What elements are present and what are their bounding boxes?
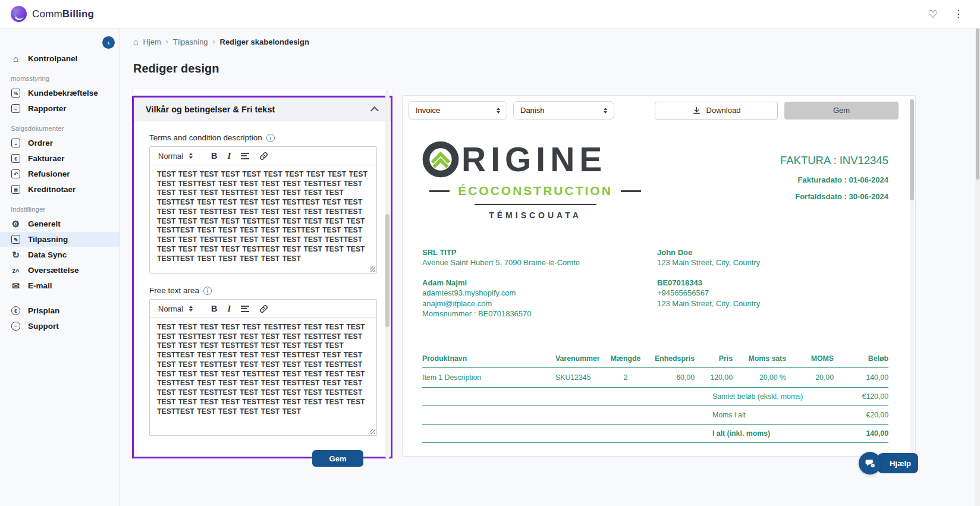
- align-button[interactable]: [241, 153, 249, 159]
- breadcrumb-home-icon: ⌂: [133, 37, 138, 46]
- info-icon[interactable]: i: [266, 134, 275, 142]
- design-settings-column: Vilkår og betingelser & Fri tekst Terms …: [132, 89, 392, 458]
- sidebar-item-kontrolpanel[interactable]: ⌂ Kontrolpanel: [0, 51, 120, 66]
- kebab-menu-icon[interactable]: ⋮: [953, 8, 963, 20]
- col-produktnavn: Produktnavn: [422, 354, 555, 363]
- sidebar-collapse-button[interactable]: ‹: [102, 36, 115, 49]
- total-row-grand-total: I alt (inkl. moms) 140,00: [422, 424, 888, 442]
- panel-scrollbar[interactable]: [385, 89, 390, 458]
- sync-icon: ↻: [11, 250, 21, 260]
- bold-button[interactable]: B: [211, 304, 217, 313]
- page-scrollbar[interactable]: [975, 0, 980, 506]
- document-type-select[interactable]: Invoice: [409, 101, 507, 120]
- align-button[interactable]: [241, 306, 249, 312]
- chat-bubble-icon: ···: [11, 322, 21, 331]
- cell-qty: 2: [609, 373, 642, 382]
- sidebar-item-label: Data Sync: [28, 250, 67, 259]
- link-button[interactable]: [259, 304, 268, 313]
- sidebar-item-oversaettelse[interactable]: zA Oversættelse: [0, 263, 120, 278]
- orders-inbox-icon: ⌄: [11, 139, 21, 147]
- resize-handle[interactable]: [370, 429, 375, 434]
- buyer-block: John Doe 123 Main Street, City, Country …: [657, 247, 760, 319]
- sidebar-item-support[interactable]: ··· Support: [0, 319, 120, 334]
- sidebar-item-kreditnotaer[interactable]: ≣ Kreditnotaer: [0, 182, 120, 197]
- page-title: Rediger design: [133, 62, 219, 76]
- total-row-vat: Moms i alt €20,00: [422, 406, 888, 424]
- refund-arrow-icon: ↶: [11, 169, 21, 178]
- cell-product: Item 1 Description: [422, 373, 555, 382]
- brand-name: CommBilling: [32, 8, 94, 20]
- link-icon: [259, 152, 268, 161]
- style-dropdown[interactable]: Normal: [158, 152, 201, 161]
- col-moms-sats: Moms sats: [733, 354, 786, 363]
- preview-save-button[interactable]: Gem: [784, 102, 899, 120]
- terms-editor-toolbar: Normal B I: [150, 147, 376, 165]
- sidebar-item-generelt[interactable]: ⚙ Generelt: [0, 216, 120, 231]
- home-icon: ⌂: [11, 54, 21, 64]
- sidebar-item-prisplan[interactable]: € Prisplan: [0, 303, 120, 318]
- cell-vat: 20,00: [786, 373, 834, 382]
- resize-handle[interactable]: [370, 266, 375, 272]
- save-button[interactable]: Gem: [312, 450, 363, 467]
- logo-ecoconstruction: ÉCOCONSTRUCTION: [458, 184, 612, 198]
- free-textarea[interactable]: TEST TEST TEST TEST TEST TESTTEST TEST T…: [150, 318, 376, 435]
- language-select[interactable]: Danish: [513, 101, 614, 120]
- sidebar-item-label: E-mail: [28, 281, 52, 290]
- sidebar-item-email[interactable]: ✉ E-mail: [0, 278, 120, 293]
- logo-divider: [475, 204, 596, 205]
- col-moms: MOMS: [786, 354, 834, 363]
- preview-scrollbar[interactable]: [910, 99, 914, 454]
- free-text-editor: Normal B I TEST TEST TEST TEST TEST TEST…: [149, 299, 377, 436]
- document-type-value: Invoice: [416, 106, 440, 115]
- seller-address: Avenue Saint Hubert 5, 7090 Braine-le-Co…: [422, 257, 657, 268]
- sidebar-item-fakturaer[interactable]: € Fakturaer: [0, 151, 120, 166]
- invoice-table-header: Produktnavn Varenummer Mængde Enhedspris…: [422, 354, 888, 367]
- terms-editor: Normal B I TEST TEST TEST TEST TEST TEST…: [149, 146, 377, 274]
- chat-help-button[interactable]: [859, 452, 881, 474]
- info-icon[interactable]: i: [203, 287, 212, 295]
- cell-sku: SKU12345: [555, 373, 609, 382]
- sidebar-item-kundebekraeftelse[interactable]: % Kundebekræftelse: [0, 86, 120, 100]
- commbilling-logo-icon: [11, 6, 27, 22]
- favorite-heart-icon[interactable]: ♡: [928, 8, 938, 21]
- logo-temiscouata: TÉMISCOUATA: [422, 210, 648, 220]
- report-document-icon: ≡: [11, 104, 21, 113]
- seller-company: SRL TITP: [422, 247, 657, 257]
- sidebar-item-rapporter[interactable]: ≡ Rapporter: [0, 101, 120, 116]
- breadcrumb-tilpasning[interactable]: Tilpasning: [173, 37, 208, 46]
- download-button[interactable]: Download: [655, 102, 778, 120]
- sidebar-item-ordrer[interactable]: ⌄ Ordrer: [0, 136, 120, 150]
- sidebar-item-refusioner[interactable]: ↶ Refusioner: [0, 166, 120, 181]
- panel-accordion-header[interactable]: Vilkår og betingelser & Fri tekst: [134, 98, 391, 121]
- col-pris: Pris: [695, 354, 733, 363]
- breadcrumb-hjem[interactable]: Hjem: [143, 37, 161, 46]
- top-bar: CommBilling ♡ ⋮: [0, 0, 980, 29]
- panel-title: Vilkår og betingelser & Fri tekst: [146, 105, 275, 114]
- style-dropdown[interactable]: Normal: [158, 304, 201, 313]
- terms-label: Terms and condition description: [149, 133, 262, 142]
- seller-email: anajmi@itplace.com: [422, 298, 657, 309]
- brand-logo[interactable]: CommBilling: [11, 6, 94, 22]
- italic-button[interactable]: I: [227, 151, 231, 161]
- language-value: Danish: [520, 106, 544, 115]
- receipt-percent-icon: %: [11, 89, 21, 98]
- italic-button[interactable]: I: [227, 304, 231, 314]
- chat-icon: [865, 458, 876, 469]
- logo-wordmark: RIGINE: [461, 143, 607, 177]
- sidebar-item-data-sync[interactable]: ↻ Data Sync: [0, 247, 120, 262]
- bold-button[interactable]: B: [211, 151, 217, 161]
- sidebar-item-label: Support: [28, 322, 59, 331]
- total-label: Samlet beløb (ekskl. moms): [712, 392, 831, 401]
- brand-comm: Comm: [32, 8, 62, 20]
- cell-vat-rate: 20,00 %: [733, 373, 786, 382]
- chevron-updown-icon: [497, 108, 500, 114]
- download-label: Download: [706, 106, 741, 115]
- invoice-date: Fakturadato : 01-06-2024: [780, 175, 888, 184]
- help-button[interactable]: Hjælp: [878, 453, 918, 473]
- sidebar-item-label: Kundebekræftelse: [28, 89, 98, 98]
- link-button[interactable]: [259, 152, 268, 161]
- sidebar-item-tilpasning[interactable]: ✎ Tilpasning: [0, 232, 120, 247]
- gear-icon: ⚙: [11, 219, 21, 230]
- terms-textarea[interactable]: TEST TEST TEST TEST TEST TEST TEST TEST …: [150, 165, 376, 273]
- sidebar: ‹ ⌂ Kontrolpanel momsstyring % Kundebekr…: [0, 29, 120, 506]
